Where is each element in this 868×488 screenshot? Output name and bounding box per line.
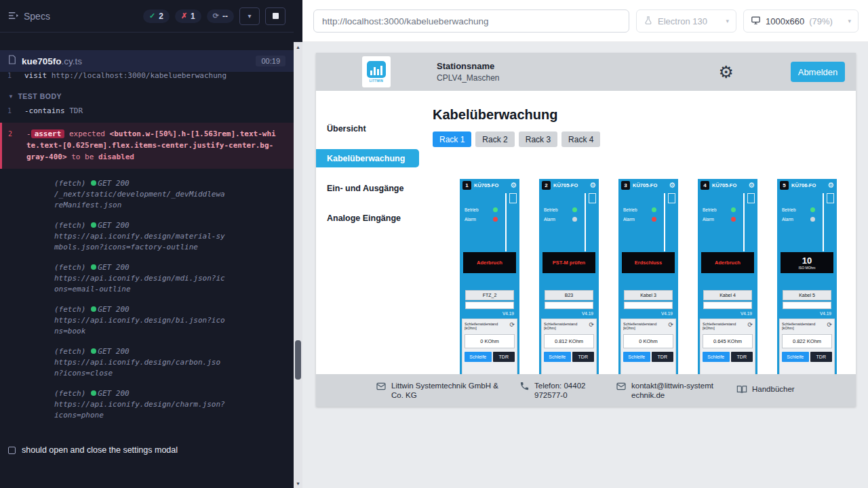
viewport-select[interactable]: 1000x660 (79%) ▾ <box>743 9 859 33</box>
sidebar-item-ein-und-ausgaenge[interactable]: Ein- und Ausgänge <box>316 179 419 197</box>
tdr-button[interactable]: TDR <box>810 352 832 362</box>
tab-rack-1[interactable]: Rack 1 <box>433 131 471 147</box>
stop-button[interactable] <box>265 7 285 25</box>
name-input[interactable] <box>624 302 673 309</box>
tdr-button[interactable]: TDR <box>731 352 753 362</box>
name-input[interactable] <box>703 302 752 309</box>
tdr-button[interactable]: TDR <box>572 352 594 362</box>
fetch-status: GET 200 <box>98 389 129 398</box>
gear-icon[interactable]: ⚙ <box>510 182 517 189</box>
refresh-icon[interactable]: ⟳ <box>668 322 673 327</box>
betrieb-label: Betrieb <box>544 207 561 212</box>
schleife-button[interactable]: Schleife <box>623 352 650 362</box>
scroll-down-arrow[interactable]: ▼ <box>294 479 302 488</box>
rack-tabs: Rack 1 Rack 2 Rack 3 Rack 4 <box>433 131 856 147</box>
spec-name: kue705fo.cy.ts <box>22 56 82 66</box>
status-subtext: ISO MOhm <box>798 266 815 270</box>
device-model: KÜ705-FO <box>474 182 498 188</box>
specs-menu-icon[interactable] <box>8 10 18 22</box>
assert-badge: assert <box>31 129 65 138</box>
next-test-row[interactable]: should open and close the settings modal <box>0 441 294 460</box>
contains-command-row[interactable]: 1 -contains TDR <box>0 103 294 119</box>
fetch-log-entry[interactable]: (fetch)GET 200 https://api.iconify.desig… <box>54 388 229 421</box>
station-name: CPLV4_Maschen <box>437 73 500 83</box>
alarm-led <box>652 217 656 222</box>
gear-icon[interactable]: ⚙ <box>589 182 596 189</box>
scroll-up-arrow[interactable]: ▲ <box>294 42 302 52</box>
sidebar-item-uebersicht[interactable]: Übersicht <box>316 119 419 138</box>
measurement-panel: Schleifenwiderstand [kOhm] ⟳ 0.645 KOhm … <box>700 319 755 374</box>
name-input[interactable] <box>783 302 831 309</box>
footer-manuals-link[interactable]: Handbücher <box>736 384 795 396</box>
betrieb-led <box>652 207 656 212</box>
name-input[interactable] <box>465 302 514 309</box>
fetch-label: (fetch) <box>54 263 85 272</box>
measure-label: Schleifenwiderstand [kOhm] <box>703 322 747 330</box>
spec-timer: 00:19 <box>256 56 285 66</box>
sidebar-item-kabelueberwachung[interactable]: Kabelüberwachung <box>316 149 419 167</box>
scrollbar[interactable]: ▲ ▼ <box>294 42 302 488</box>
schleife-button[interactable]: Schleife <box>782 352 809 362</box>
passed-count[interactable]: ✓2 <box>143 9 170 23</box>
fetch-log-entry[interactable]: (fetch)GET 200 https://api.iconify.desig… <box>54 346 229 379</box>
schleife-button[interactable]: Schleife <box>465 352 492 362</box>
tab-rack-4[interactable]: Rack 4 <box>561 131 600 147</box>
betrieb-label: Betrieb <box>465 207 482 212</box>
gear-icon[interactable]: ⚙ <box>748 182 755 189</box>
specs-label[interactable]: Specs <box>24 11 50 22</box>
fetch-log-entry[interactable]: (fetch)GET 200 https://api.iconify.desig… <box>54 220 229 253</box>
tab-rack-3[interactable]: Rack 3 <box>519 131 557 147</box>
gear-icon[interactable]: ⚙ <box>827 182 834 189</box>
collapse-button[interactable]: ▾ <box>239 7 260 25</box>
pending-count[interactable]: ⟳-- <box>207 9 234 23</box>
failed-count[interactable]: ✗1 <box>175 9 201 23</box>
device-handle <box>668 193 675 203</box>
command-name: -contains <box>24 106 65 115</box>
measurement-panel: Schleifenwiderstand [kOhm] ⟳ 0.822 KOhm … <box>779 319 835 374</box>
logout-button[interactable]: Abmelden <box>791 62 845 82</box>
failed-assert-row[interactable]: 2 -assert expected <button.w-[50%].h-[1.… <box>0 123 294 169</box>
refresh-icon[interactable]: ⟳ <box>509 322 515 327</box>
settings-gear-icon[interactable]: ⚙ <box>719 64 734 81</box>
url-input[interactable] <box>313 9 629 33</box>
station-info: Stationsname CPLV4_Maschen <box>437 61 500 83</box>
fetch-log-entry[interactable]: (fetch)GET 200 https://api.iconify.desig… <box>54 304 229 337</box>
schleife-button[interactable]: Schleife <box>703 352 730 362</box>
measure-label: Schleifenwiderstand [kOhm] <box>544 322 589 330</box>
browser-toolbar: Electron 130 ▾ 1000x660 (79%) ▾ <box>302 0 868 42</box>
fetch-log-entry[interactable]: (fetch)GET 200 https://api.iconify.desig… <box>54 262 229 295</box>
stop-icon <box>273 13 279 19</box>
fetch-log-entry[interactable]: (fetch)GET 200 /_next/static/development… <box>54 178 229 211</box>
schleife-button[interactable]: Schleife <box>544 352 571 362</box>
status-ok-dot <box>91 180 96 186</box>
browser-select[interactable]: Electron 130 ▾ <box>636 9 736 33</box>
fetch-url: https://api.iconify.design/material-symb… <box>54 231 229 253</box>
visit-command-row[interactable]: 1 visit http://localhost:3000/kabelueber… <box>0 72 294 84</box>
tdr-button[interactable]: TDR <box>652 352 673 362</box>
littwin-logo: LITTWIN <box>362 56 391 87</box>
fetch-url: https://api.iconify.design/bi.json?icons… <box>54 315 229 337</box>
gear-icon[interactable]: ⚙ <box>669 182 675 189</box>
fetch-status: GET 200 <box>98 179 129 188</box>
status-display: PST-M prüfen <box>542 252 595 273</box>
fetch-status: GET 200 <box>98 347 129 356</box>
command-arg: http://localhost:3000/kabelueberwachung <box>52 72 226 80</box>
fetch-log-list: (fetch)GET 200 /_next/static/development… <box>0 178 294 421</box>
refresh-icon[interactable]: ⟳ <box>589 322 594 327</box>
cable-name: Kabel 3 <box>624 290 673 300</box>
firmware-version: V4.19 <box>661 311 673 316</box>
refresh-icon[interactable]: ⟳ <box>747 322 753 327</box>
spec-file-row[interactable]: kue705fo.cy.ts 00:19 <box>0 50 294 72</box>
device-handle <box>827 193 834 203</box>
status-ok-dot <box>91 222 96 228</box>
refresh-icon[interactable]: ⟳ <box>827 322 832 327</box>
panel-divider <box>505 193 507 251</box>
betrieb-label: Betrieb <box>703 207 720 212</box>
test-body-section[interactable]: ▼ TEST BODY <box>0 84 294 103</box>
sidebar-item-analoge-eingaenge[interactable]: Analoge Eingänge <box>316 209 419 227</box>
scrollbar-thumb[interactable] <box>295 340 301 380</box>
tdr-button[interactable]: TDR <box>493 352 515 362</box>
name-input[interactable] <box>545 302 593 309</box>
tab-rack-2[interactable]: Rack 2 <box>475 131 514 147</box>
mail-icon <box>376 381 387 393</box>
